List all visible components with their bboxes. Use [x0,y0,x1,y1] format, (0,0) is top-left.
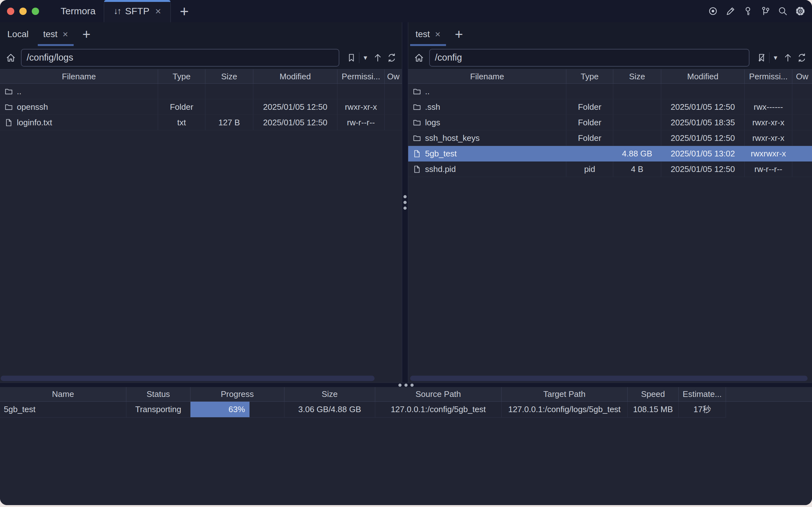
remote-up-button[interactable] [782,52,793,63]
transfer-column-header-status[interactable]: Status [126,387,191,401]
transfer-row-5gb_test[interactable]: 5gb_testTransporting63%3.06 GB/4.88 GB12… [0,402,812,417]
remote-path-bar: /config ▾ [408,46,812,69]
transfer-column-header-name[interactable]: Name [0,387,126,401]
remote-horizontal-scrollbar [408,374,812,383]
size-cell: 127 B [205,115,253,130]
app-window: Termora ↓↑ SFTP × + [0,0,812,505]
local-new-tab-button[interactable]: + [75,22,98,46]
file-row-loginfo.txt[interactable]: loginfo.txttxt127 B2025/01/05 12:50rw-r-… [0,115,402,130]
folder-icon [413,134,421,143]
local-tab-local[interactable]: Local [0,22,36,46]
local-path-bar: /config/logs ▾ [0,46,402,69]
transfers-panel: NameStatusProgressSizeSource PathTarget … [0,387,812,417]
column-header-type[interactable]: Type [566,69,613,83]
arrow-up-icon [373,53,382,62]
column-header-filename[interactable]: Filename [408,69,566,83]
transfer-column-header-sourcepath[interactable]: Source Path [375,387,501,401]
remote-refresh-button[interactable] [797,52,807,63]
type-cell [566,84,613,99]
close-tab-icon[interactable]: × [62,30,68,39]
local-tab-test[interactable]: test× [36,22,75,46]
owner-cell [385,115,402,130]
file-row-..[interactable]: .. [408,84,812,99]
filename-cell: .. [0,84,158,99]
local-up-button[interactable] [372,52,383,63]
file-row-logs[interactable]: logsFolder2025/01/05 18:35rwxr-xr-x [408,115,812,130]
minimize-window-button[interactable] [19,8,27,15]
column-header-permissi[interactable]: Permissi... [337,69,385,83]
remote-new-tab-button[interactable]: + [448,22,470,46]
file-row-openssh[interactable]: opensshFolder2025/01/05 12:50rwxr-xr-x [0,99,402,115]
remote-path-input[interactable]: /config [429,49,750,67]
transfer-column-header-progress[interactable]: Progress [191,387,284,401]
tab-termora[interactable]: Termora [57,0,96,22]
folder-icon [4,103,13,111]
key-button[interactable] [743,6,753,16]
edit-icon [725,6,736,16]
file-row-5gb_test[interactable]: 5gb_test4.88 GB2025/01/05 13:02rwxrwxr-x [408,146,812,162]
transfers-empty-area [0,417,812,505]
local-bookmark-dropdown-button[interactable]: ▾ [361,54,370,62]
settings-button[interactable] [795,6,806,16]
record-button[interactable] [708,6,718,16]
column-header-permissi[interactable]: Permissi... [745,69,792,83]
file-row-..[interactable]: .. [0,84,402,99]
remote-pane-tabs: test×+ [408,22,812,46]
column-header-modified[interactable]: Modified [661,69,745,83]
file-row-ssh_host_keys[interactable]: ssh_host_keysFolder2025/01/05 12:50rwxr-… [408,130,812,146]
column-header-ow[interactable]: Ow [385,69,402,83]
file-row-.ssh[interactable]: .sshFolder2025/01/05 12:50rwx------ [408,99,812,115]
transfers-splitter[interactable] [0,383,812,387]
column-header-ow[interactable]: Ow [792,69,812,83]
transfer-column-header-size[interactable]: Size [284,387,375,401]
transfer-column-header-estimate[interactable]: Estimate... [679,387,726,401]
remote-pane: test×+ /config ▾ [408,22,812,383]
edit-button[interactable] [725,6,736,16]
close-window-button[interactable] [7,8,14,15]
filename: loginfo.txt [17,118,52,127]
filename-cell: sshd.pid [408,162,566,177]
permissions-cell: rw-r--r-- [337,115,385,130]
tab-sftp[interactable]: ↓↑ SFTP × [104,0,171,22]
transfer-progress-cell: 63% [191,402,284,417]
pane-splitter[interactable] [402,22,408,383]
splitter-grip-icon [398,384,414,387]
remote-tab-test[interactable]: test× [408,22,448,46]
local-bookmark-button[interactable] [346,52,357,63]
column-header-size[interactable]: Size [205,69,253,83]
zoom-window-button[interactable] [32,8,39,15]
search-button[interactable] [777,6,788,16]
remote-bookmark-button[interactable] [756,52,767,63]
permissions-cell: rwxr-xr-x [745,115,792,130]
remote-bookmark-dropdown-button[interactable]: ▾ [771,54,779,62]
column-header-type[interactable]: Type [158,69,205,83]
close-sftp-tab-icon[interactable]: × [155,6,161,16]
column-header-size[interactable]: Size [613,69,661,83]
file-row-sshd.pid[interactable]: sshd.pidpid4 B2025/01/05 12:50rw-r--r-- [408,162,812,177]
scrollbar-thumb[interactable] [1,376,375,381]
record-icon [708,6,718,16]
branch-button[interactable] [760,6,771,16]
local-refresh-button[interactable] [386,52,397,63]
local-pane-empty-area [0,130,402,374]
column-header-filename[interactable]: Filename [0,69,158,83]
transfer-column-header-speed[interactable]: Speed [628,387,679,401]
remote-home-button[interactable] [414,53,424,63]
local-horizontal-scrollbar [0,374,402,383]
local-path-input[interactable]: /config/logs [21,49,339,67]
owner-cell [385,99,402,115]
titlebar: Termora ↓↑ SFTP × + [0,0,812,22]
local-home-button[interactable] [6,53,16,63]
size-cell [613,115,661,130]
scrollbar-thumb[interactable] [410,376,808,381]
transfer-name-cell: 5gb_test [0,402,126,417]
file-icon [4,118,13,127]
modified-cell [661,84,745,99]
filename: logs [425,118,440,127]
filename-cell: logs [408,115,566,130]
local-pane: Localtest×+ /config/logs ▾ [0,22,402,383]
new-window-tab-button[interactable]: + [180,0,188,22]
column-header-modified[interactable]: Modified [253,69,337,83]
close-tab-icon[interactable]: × [435,30,441,39]
transfer-column-header-targetpath[interactable]: Target Path [501,387,628,401]
